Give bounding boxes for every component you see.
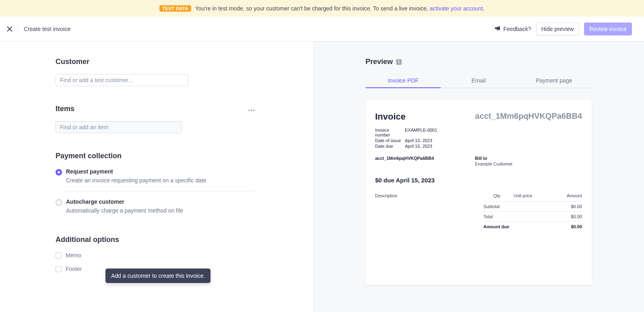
preview-heading: Preview i xyxy=(365,58,592,66)
additional-options-heading: Additional options xyxy=(56,236,314,244)
tab-payment-page[interactable]: Payment page xyxy=(516,73,592,88)
invoice-heading: Invoice xyxy=(375,112,406,122)
invoice-line-items-table: Description Qty Unit price Amount Subtot… xyxy=(375,193,582,231)
checkbox-label: Footer xyxy=(66,266,82,272)
preview-pane: Preview i Invoice PDF Email Payment page… xyxy=(314,41,644,312)
invoice-due-line: $0 due April 15, 2023 xyxy=(375,177,582,184)
svg-point-1 xyxy=(251,110,252,111)
bill-to-label: Bill to xyxy=(475,156,513,161)
review-invoice-button[interactable]: Review invoice xyxy=(584,23,632,35)
invoice-account: acct_1Mm6pqHVKQPa6BB4 xyxy=(475,112,582,121)
tab-email[interactable]: Email xyxy=(441,73,516,88)
checkbox-icon xyxy=(56,266,62,272)
memo-checkbox-row[interactable]: Memo xyxy=(56,252,314,258)
invoice-from: acct_1Mm6pqHVKQPa6BB4 xyxy=(375,156,475,166)
form-pane: Customer Items Payment collection Reques… xyxy=(0,41,314,312)
radio-request-payment[interactable]: Request payment Create an invoice reques… xyxy=(56,168,314,184)
radio-label: Autocharge customer xyxy=(66,198,314,205)
total-row: Total $0.00 xyxy=(483,211,582,221)
additional-options-section: Additional options Memo Footer xyxy=(56,236,314,272)
page-title: Create test invoice xyxy=(24,26,70,32)
more-icon[interactable] xyxy=(248,106,255,112)
customer-heading: Customer xyxy=(56,58,314,66)
info-icon[interactable]: i xyxy=(396,59,402,65)
subtotal-row: Subtotal $0.00 xyxy=(483,201,582,211)
test-data-badge: TEST DATA xyxy=(159,5,191,12)
radio-unselected-icon xyxy=(56,199,62,206)
tab-invoice-pdf[interactable]: Invoice PDF xyxy=(365,73,441,88)
close-icon[interactable] xyxy=(4,23,15,35)
col-description: Description xyxy=(375,193,493,198)
test-mode-banner: TEST DATA You're in test mode, so your c… xyxy=(0,0,644,17)
preview-tabs: Invoice PDF Email Payment page xyxy=(365,73,592,88)
invoice-parties: acct_1Mm6pqHVKQPa6BB4 Bill to Example Cu… xyxy=(375,156,582,166)
svg-point-0 xyxy=(248,110,250,111)
items-section: Items xyxy=(56,105,314,133)
svg-point-2 xyxy=(253,110,254,111)
item-input[interactable] xyxy=(56,121,182,133)
radio-label: Request payment xyxy=(66,168,314,175)
banner-text: You're in test mode, so your customer ca… xyxy=(195,5,485,12)
col-qty: Qty xyxy=(493,193,514,198)
hide-preview-button[interactable]: Hide preview xyxy=(536,23,579,35)
radio-description: Create an invoice requesting payment on … xyxy=(66,177,314,184)
customer-section: Customer xyxy=(56,58,314,86)
invoice-document: Invoice acct_1Mm6pqHVKQPa6BB4 Invoice nu… xyxy=(365,99,592,285)
payment-collection-heading: Payment collection xyxy=(56,152,314,160)
col-unit-price: Unit price xyxy=(514,193,554,198)
tooltip: Add a customer to create this invoice. xyxy=(105,269,211,283)
radio-autocharge[interactable]: Autocharge customer Automatically charge… xyxy=(56,198,314,214)
customer-input[interactable] xyxy=(56,74,188,86)
feedback-button[interactable]: Feedback? xyxy=(495,25,531,33)
activate-account-link[interactable]: activate your account xyxy=(430,5,483,12)
checkbox-icon xyxy=(56,252,62,258)
page-header: Create test invoice Feedback? Hide previ… xyxy=(0,17,644,41)
megaphone-icon xyxy=(495,25,501,33)
col-amount: Amount xyxy=(554,193,582,198)
radio-description: Automatically charge a payment method on… xyxy=(66,207,314,214)
divider xyxy=(18,24,18,34)
invoice-meta: Invoice number EXAMPLE-0001 Date of issu… xyxy=(375,128,582,149)
divider xyxy=(64,191,254,191)
items-heading: Items xyxy=(56,105,74,113)
payment-collection-section: Payment collection Request payment Creat… xyxy=(56,152,314,214)
radio-selected-icon xyxy=(56,169,62,176)
checkbox-label: Memo xyxy=(66,252,81,258)
amount-due-row: Amount due $0.00 xyxy=(483,221,582,231)
bill-to-name: Example Customer xyxy=(475,161,513,166)
